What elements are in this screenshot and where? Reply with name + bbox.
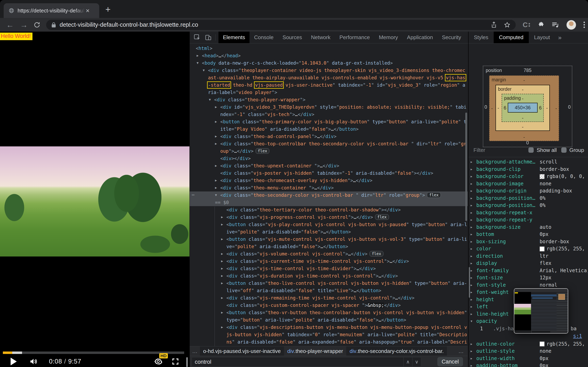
computed-property-row[interactable]: ▶padding-bottom0px xyxy=(468,362,588,367)
elements-tree-row[interactable]: ▶<div class="theo-chromecast-overlay vjs… xyxy=(190,177,468,184)
page-scrollbar[interactable] xyxy=(186,357,188,367)
box-model-content[interactable]: 450×36 xyxy=(508,103,537,113)
computed-property-row[interactable]: ▶background-colorrgba(0, 0, 0, 0 xyxy=(468,173,588,180)
devtools-tab-elements[interactable]: Elements xyxy=(218,32,250,43)
group-checkbox[interactable] xyxy=(561,147,567,153)
elements-tree-row[interactable]: ▶<div class="vjs-progress-control vjs-co… xyxy=(190,213,468,221)
elements-tree-row[interactable]: ▶<div class="vjs-volume-control vjs-cont… xyxy=(190,250,468,258)
elements-tree-row[interactable]: ▶<head>…</head> xyxy=(190,52,468,59)
breadcrumb-item[interactable]: div.theo-secondary-color.vjs-control-bar… xyxy=(346,346,447,356)
elements-scrollbar[interactable] xyxy=(465,113,467,221)
computed-property-row[interactable]: ▶background-position…0% xyxy=(468,202,588,209)
elements-tree-row[interactable]: ▶<div class="theo-menu-container ">…</di… xyxy=(190,184,468,192)
screenshot-preview-thumbnail[interactable] xyxy=(514,288,568,334)
address-bar[interactable]: detect-visibility-default-control-bar.th… xyxy=(46,20,516,30)
devtools-tab-sources[interactable]: Sources xyxy=(278,32,306,43)
computed-property-row[interactable]: ▶bottom0px xyxy=(468,231,588,238)
elements-tree-row[interactable]: ▼<div class="theoplayer-container video-… xyxy=(190,67,468,96)
search-prev-icon[interactable]: ∧ xyxy=(403,358,412,366)
search-input[interactable]: control ∧ ∨ xyxy=(192,357,421,367)
computed-property-row[interactable]: ▶background-repeat-x xyxy=(468,209,588,217)
computed-property-row[interactable]: ▶background-repeat-y xyxy=(468,216,588,224)
elements-tree-row[interactable]: <div class="theo-tertiary-color theo-con… xyxy=(190,206,468,213)
elements-tree-row[interactable]: ▶<div class="vjs-time-control vjs-time-d… xyxy=(190,265,468,272)
profile-avatar[interactable] xyxy=(566,20,576,30)
device-toolbar-icon[interactable] xyxy=(205,34,212,41)
inspect-element-icon[interactable] xyxy=(194,34,201,41)
elements-tree-row[interactable]: ▶<div class="vjs-duration vjs-time-contr… xyxy=(190,272,468,280)
video-frame[interactable] xyxy=(0,146,190,257)
back-button[interactable]: ← xyxy=(6,21,14,29)
sidebar-tab-computed[interactable]: Computed xyxy=(494,32,529,43)
elements-tree-row[interactable]: <div class="vjs-custom-control-spacer vj… xyxy=(190,301,468,309)
computed-property-row[interactable]: ▶background-position…0% xyxy=(468,195,588,202)
media-playlist-icon[interactable] xyxy=(552,21,559,28)
elements-tree-row[interactable]: ▶<button class="theo-primary-color vjs-b… xyxy=(190,118,468,133)
reload-button[interactable] xyxy=(34,21,40,28)
play-button[interactable] xyxy=(11,358,17,365)
sidebar-more-tabs-icon[interactable]: » xyxy=(555,34,564,41)
player-settings-button[interactable]: HD xyxy=(154,357,163,366)
cancel-button[interactable]: Cancel xyxy=(437,357,463,366)
search-next-icon[interactable]: ∨ xyxy=(412,358,421,366)
box-model-padding[interactable]: padding - 6 6 - 450×36 xyxy=(502,94,544,122)
forward-button[interactable]: → xyxy=(20,21,28,29)
stylesheet-source-link[interactable]: s:1 xyxy=(573,332,582,340)
box-model-diagram[interactable]: position 785 0 0 0 margin - - - - border… xyxy=(483,66,572,147)
devtools-tab-console[interactable]: Console xyxy=(250,32,278,43)
devtools-tab-performance[interactable]: Performance xyxy=(335,32,374,43)
share-icon[interactable] xyxy=(491,21,497,28)
computed-property-row[interactable]: ▶colorrgb(255, 255, 25 xyxy=(468,245,588,253)
sidebar-tab-layout[interactable]: Layout xyxy=(529,32,555,43)
elements-tree-row[interactable]: ▼<div class="theo-player-wrapper"> xyxy=(190,96,468,103)
elements-tree-row[interactable]: ▶<div class="vjs-remaining-time vjs-time… xyxy=(190,294,468,301)
volume-icon[interactable] xyxy=(29,358,38,366)
devtools-tab-network[interactable]: Network xyxy=(306,32,335,43)
elements-tree-row[interactable]: ▶<button class="vjs-play-control vjs-con… xyxy=(190,221,468,235)
browser-tab[interactable]: https://detect-visibility-default × xyxy=(4,3,99,18)
elements-tree-row[interactable]: ▶<div class="theo-ad-control-panel">…</d… xyxy=(190,133,468,140)
box-model-border[interactable]: border - - - - padding - 6 6 - 450×36 xyxy=(495,85,550,131)
elements-tree-row[interactable]: ▼<div class="theo-secondary-color vjs-co… xyxy=(190,192,468,199)
browser-menu-icon[interactable] xyxy=(584,21,585,29)
video-progress-bar[interactable] xyxy=(3,351,184,354)
computed-property-row[interactable]: ▶font-size12px xyxy=(468,274,588,282)
fullscreen-button[interactable] xyxy=(172,358,179,365)
sidebar-tab-styles[interactable]: Styles xyxy=(468,32,494,43)
computed-property-row[interactable]: ▶directionltr xyxy=(468,253,588,260)
devtools-tab-security[interactable]: Security xyxy=(438,32,466,43)
box-model-margin[interactable]: margin - - - - border - - - - padding - xyxy=(489,75,559,141)
elements-tree-row[interactable]: ▼<body data-new-gr-c-s-check-loaded="14.… xyxy=(190,59,468,67)
elements-tree-row[interactable]: <div></div> xyxy=(190,155,468,162)
elements-tree-row[interactable]: ▶<button class="theo-live-control vjs-co… xyxy=(190,280,468,294)
extension-c-icon[interactable]: C xyxy=(523,21,530,29)
sidebar-scrollbar[interactable] xyxy=(469,267,470,298)
computed-property-row[interactable]: ▶background-sizeauto xyxy=(468,224,588,231)
computed-property-row[interactable]: ▶background-attachme…scroll xyxy=(468,158,588,166)
show-all-checkbox[interactable] xyxy=(528,147,534,153)
elements-tree-row[interactable]: <div class="vjs-poster vjs-hidden" tabin… xyxy=(190,169,468,177)
extensions-puzzle-icon[interactable] xyxy=(537,21,544,28)
bookmark-star-icon[interactable] xyxy=(504,22,510,28)
computed-property-row[interactable]: ▶font-stylenormal xyxy=(468,282,588,289)
elements-tree-row[interactable]: ▶<div id="vjs_video_3_THEOplayerdvn" sty… xyxy=(190,103,468,118)
computed-property-row[interactable]: ▶background-imagenone xyxy=(468,180,588,188)
elements-tree-row[interactable]: ▶<div class="theo-upnext-container ">…</… xyxy=(190,162,468,169)
computed-property-row[interactable]: ▶displayflex xyxy=(468,260,588,267)
new-tab-button[interactable]: + xyxy=(105,5,111,14)
computed-property-row[interactable]: ▶outline-stylenone xyxy=(468,348,588,355)
filter-input[interactable]: Filter xyxy=(474,147,528,153)
tab-close-icon[interactable]: × xyxy=(86,7,90,14)
computed-property-row[interactable]: ▶box-sizingborder-box xyxy=(468,238,588,245)
elements-tree-row[interactable]: ▶<button class="vjs-mute-control vjs-con… xyxy=(190,235,468,250)
computed-property-row[interactable]: ▶outline-colorrgb(255, 255, 25 xyxy=(468,341,588,348)
elements-tree-row[interactable]: ▶<div class="vjs-current-time vjs-time-c… xyxy=(190,258,468,265)
computed-property-row[interactable]: ▶outline-width0px xyxy=(468,355,588,362)
elements-tree-row[interactable]: ▶<button class="theo-vr-button theo-cont… xyxy=(190,309,468,324)
elements-tree-row[interactable]: ▶<div class="theo-top-controlbar theo-se… xyxy=(190,140,468,155)
breadcrumb-item[interactable]: div.theo-player-wrapper xyxy=(284,346,346,356)
elements-tree-row[interactable]: ▶<div class="vjs-descriptions-button vjs… xyxy=(190,324,468,346)
devtools-tab-application[interactable]: Application xyxy=(402,32,437,43)
elements-tree-row[interactable]: <html> xyxy=(190,45,468,52)
computed-property-row[interactable]: ▶font-familyArial, Helvetica, xyxy=(468,267,588,275)
